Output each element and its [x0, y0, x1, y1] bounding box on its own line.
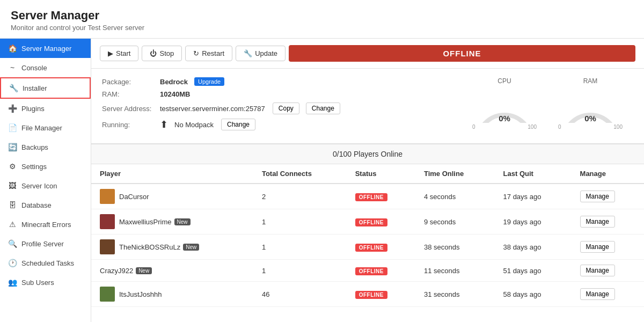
col-last-quit: Last Quit — [495, 164, 572, 184]
player-name-cell: MaxwelliusPrimeNew — [91, 209, 253, 235]
player-name: DaCursor — [119, 193, 149, 201]
player-status: OFFLINE — [347, 260, 415, 282]
player-manage-cell: Manage — [572, 260, 644, 282]
status-badge: OFFLINE — [355, 267, 387, 275]
manage-button[interactable]: Manage — [580, 241, 615, 253]
top-header: Server Manager Monitor and control your … — [0, 0, 644, 39]
sidebar-item-file-manager[interactable]: 📄File Manager — [0, 118, 91, 137]
col-manage: Manage — [572, 164, 644, 184]
address-label: Server Address: — [102, 105, 156, 113]
status-badge: OFFLINE — [355, 244, 387, 252]
player-last-quit: 38 days ago — [495, 235, 572, 260]
ram-max: 100 — [613, 124, 623, 130]
table-row: CrazyJ922New1OFFLINE11 seconds51 days ag… — [91, 260, 644, 282]
sidebar-icon-sub-users: 👥 — [8, 278, 17, 287]
start-button[interactable]: ▶ Start — [100, 46, 138, 61]
sidebar-icon-server-icon: 🖼 — [8, 181, 17, 190]
sidebar-icon-console: ~ — [8, 63, 17, 72]
gauges: CPU 0% 0 100 RAM — [472, 77, 633, 130]
cpu-gauge-value: 0% — [499, 114, 510, 123]
player-connects: 1 — [253, 209, 347, 235]
ram-label: RAM: — [102, 90, 156, 98]
ram-gauge-label: RAM — [558, 77, 623, 85]
sidebar-item-settings[interactable]: ⚙Settings — [0, 157, 91, 176]
sidebar-item-plugins[interactable]: ➕Plugins — [0, 99, 91, 118]
sidebar-item-server-icon[interactable]: 🖼Server Icon — [0, 176, 91, 195]
sidebar-item-profile-server[interactable]: 🔍Profile Server — [0, 234, 91, 253]
table-row: DaCursor2OFFLINE4 seconds17 days agoMana… — [91, 184, 644, 209]
cpu-gauge: CPU 0% 0 100 — [472, 77, 537, 130]
player-name-cell: DaCursor — [91, 184, 253, 209]
upgrade-badge[interactable]: Upgrade — [194, 77, 224, 86]
player-status: OFFLINE — [347, 235, 415, 260]
player-time-online: 11 seconds — [415, 260, 495, 282]
sidebar: 🏠Server Manager~Console🔧Installer➕Plugin… — [0, 39, 91, 322]
player-time-online: 38 seconds — [415, 235, 495, 260]
sidebar-item-backups[interactable]: 🔄Backups — [0, 137, 91, 157]
sidebar-item-database[interactable]: 🗄Database — [0, 195, 91, 215]
sidebar-icon-minecraft-errors: ⚠ — [8, 220, 17, 229]
player-avatar — [100, 239, 115, 254]
player-name-cell: TheNickBOSSRuLzNew — [91, 235, 253, 260]
player-name-cell: CrazyJ922New — [91, 260, 253, 282]
ram-value: 10240MB — [160, 90, 190, 98]
sidebar-icon-server-manager: 🏠 — [8, 44, 17, 53]
manage-button[interactable]: Manage — [580, 265, 615, 276]
player-name: ItsJustJoshhh — [119, 290, 162, 298]
sidebar-item-sub-users[interactable]: 👥Sub Users — [0, 273, 91, 292]
player-time-online: 31 seconds — [415, 282, 495, 307]
col-total-connects: Total Connects — [253, 164, 347, 184]
player-last-quit: 58 days ago — [495, 282, 572, 307]
copy-button[interactable]: Copy — [273, 103, 299, 114]
ram-gauge: RAM 0% 0 100 — [558, 77, 623, 130]
update-button[interactable]: 🔧 Update — [236, 46, 286, 61]
sidebar-icon-scheduled-tasks: 🕐 — [8, 259, 17, 267]
package-value: Bedrock — [160, 78, 188, 86]
sidebar-item-console[interactable]: ~Console — [0, 58, 91, 77]
manage-button[interactable]: Manage — [580, 191, 615, 202]
sidebar-icon-file-manager: 📄 — [8, 123, 17, 132]
cpu-max: 100 — [528, 124, 537, 130]
modpack-change-button[interactable]: Change — [221, 119, 255, 130]
sidebar-label-file-manager: File Manager — [21, 124, 62, 132]
player-manage-cell: Manage — [572, 209, 644, 235]
running-icon: ⬆ — [160, 119, 168, 130]
col-status: Status — [347, 164, 415, 184]
sidebar-item-server-manager[interactable]: 🏠Server Manager — [0, 39, 91, 58]
sidebar-label-minecraft-errors: Minecraft Errors — [21, 221, 71, 229]
restart-button[interactable]: ↻ Restart — [185, 46, 232, 61]
manage-button[interactable]: Manage — [580, 216, 615, 228]
col-time-online: Time Online — [415, 164, 495, 184]
new-badge: New — [174, 218, 191, 225]
sidebar-item-scheduled-tasks[interactable]: 🕐Scheduled Tasks — [0, 253, 91, 273]
sidebar-label-settings: Settings — [21, 163, 47, 171]
manage-button[interactable]: Manage — [580, 288, 615, 300]
player-manage-cell: Manage — [572, 184, 644, 209]
player-last-quit: 19 days ago — [495, 209, 572, 235]
player-manage-cell: Manage — [572, 235, 644, 260]
stop-button[interactable]: ⏻ Stop — [142, 46, 182, 61]
sidebar-label-server-manager: Server Manager — [21, 45, 71, 53]
ram-gauge-value: 0% — [584, 114, 596, 123]
sidebar-icon-installer: 🔧 — [9, 84, 18, 92]
address-change-button[interactable]: Change — [306, 103, 340, 114]
stop-icon: ⏻ — [150, 49, 157, 57]
offline-banner: OFFLINE — [289, 45, 635, 62]
player-connects: 2 — [253, 184, 347, 209]
sidebar-label-installer: Installer — [23, 84, 47, 92]
sidebar-label-scheduled-tasks: Scheduled Tasks — [21, 259, 74, 267]
player-last-quit: 17 days ago — [495, 184, 572, 209]
sidebar-label-plugins: Plugins — [21, 105, 45, 113]
sidebar-item-installer[interactable]: 🔧Installer — [0, 77, 91, 99]
player-status: OFFLINE — [347, 282, 415, 307]
sidebar-icon-database: 🗄 — [8, 201, 17, 209]
cpu-min: 0 — [472, 124, 475, 130]
sidebar-label-backups: Backups — [21, 143, 48, 151]
running-value: No Modpack — [174, 121, 214, 129]
page-subtitle: Monitor and control your Test Server ser… — [11, 24, 633, 32]
player-avatar — [100, 189, 115, 204]
players-table-wrapper[interactable]: PlayerTotal ConnectsStatusTime OnlineLas… — [91, 164, 644, 322]
player-connects: 1 — [253, 235, 347, 260]
sidebar-item-minecraft-errors[interactable]: ⚠Minecraft Errors — [0, 215, 91, 234]
new-badge: New — [136, 267, 152, 274]
